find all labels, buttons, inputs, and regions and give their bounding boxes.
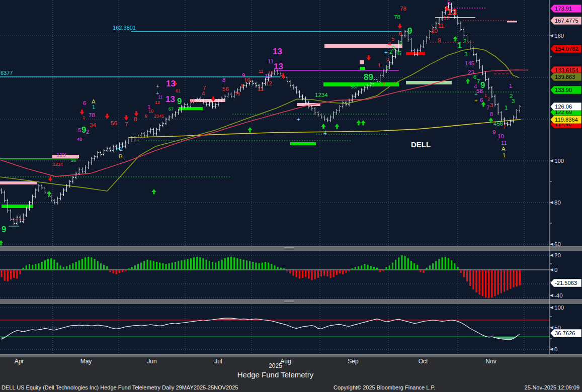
demark-count-label: 7	[125, 121, 128, 127]
histogram-bar	[60, 265, 61, 270]
histogram-bar	[119, 270, 120, 273]
demark-count-label: 5	[391, 36, 394, 42]
histogram-bar	[342, 270, 344, 274]
histogram-bar	[150, 260, 151, 270]
demark-count-label: 1	[503, 152, 506, 158]
histogram-bar	[221, 260, 222, 270]
histogram-bar	[212, 262, 213, 270]
histogram-bar	[358, 266, 359, 270]
histogram-bar	[460, 270, 462, 273]
histogram-bar	[516, 270, 518, 286]
histogram-bar	[16, 270, 18, 278]
demark-count-label: 1	[457, 41, 462, 50]
demark-count-label: 3	[386, 57, 389, 62]
histogram-bar	[88, 257, 89, 270]
demark-count-label: 1	[82, 115, 85, 120]
demark-count-label: 2	[463, 38, 466, 44]
histogram-bar	[196, 257, 198, 270]
demark-count-label: 2	[86, 129, 89, 135]
histogram-bar	[146, 260, 148, 270]
demark-count-label: 6	[399, 31, 402, 37]
histogram-bar	[19, 270, 21, 274]
histogram-bar	[94, 259, 96, 270]
histogram-bar	[445, 257, 446, 270]
demark-count-label: B	[119, 153, 123, 159]
histogram-bar	[339, 270, 341, 273]
histogram-bar	[454, 263, 455, 270]
demark-count-label: 7	[477, 78, 480, 84]
histogram-bar	[206, 260, 207, 270]
histogram-bar	[417, 265, 418, 270]
histogram-bar	[109, 270, 111, 272]
demark-count-label: 9	[438, 37, 441, 43]
panel-separator	[0, 300, 582, 304]
demark-count-label: +	[297, 116, 300, 122]
demark-count-label: +	[156, 83, 159, 89]
histogram-bar	[392, 263, 393, 270]
demark-count-label: 1234	[315, 92, 328, 98]
demark-count-label: 23	[190, 98, 195, 103]
histogram-bar	[97, 261, 99, 270]
demark-count-label: 56	[71, 158, 76, 163]
td-band	[360, 67, 365, 70]
chart-title: Hedge Fund Telemetry	[0, 370, 551, 379]
histogram-bar	[299, 270, 300, 278]
demark-count-label: +	[474, 91, 478, 97]
td-band	[406, 81, 452, 84]
histogram-bar	[224, 258, 226, 270]
price-label: 167.4775	[555, 18, 578, 24]
demark-count-label: 9	[242, 72, 245, 78]
histogram-bar	[401, 255, 402, 270]
demark-count-label: 9	[145, 114, 147, 119]
histogram-bar	[249, 261, 251, 270]
histogram-bar	[209, 261, 210, 270]
histogram-bar	[131, 267, 133, 270]
price-label: 119.8364	[555, 117, 578, 123]
demark-count-label: 9	[2, 225, 6, 234]
chart-footer: 2025 Hedge Fund Telemetry DELL US Equity…	[0, 357, 582, 392]
histogram-bar	[475, 270, 477, 292]
histogram-bar	[143, 261, 145, 270]
histogram-bar	[442, 257, 443, 270]
demark-count-label: 4	[323, 130, 327, 136]
demark-count-label: 4	[202, 90, 205, 96]
histogram-bar	[364, 264, 365, 270]
demark-count-label: 10	[265, 73, 271, 79]
chart-canvas-wrap[interactable]: 162.380163779123561234+2B596A11783424856…	[0, 0, 582, 359]
histogram-bar	[69, 265, 70, 270]
histogram-bar	[193, 257, 195, 270]
histogram-bar	[472, 270, 474, 289]
histogram-bar	[262, 263, 263, 270]
histogram-bar	[429, 265, 431, 270]
histogram-bar	[184, 260, 185, 270]
histogram-bar	[510, 270, 511, 289]
demark-count-label: +	[156, 90, 159, 96]
histogram-bar	[407, 258, 409, 270]
histogram-bar	[140, 263, 142, 270]
demark-count-label: 4	[388, 41, 391, 47]
demark-count-label: 2	[382, 81, 385, 87]
bloomberg-chart-window: 162.380163779123561234+2B596A11783424856…	[0, 0, 582, 392]
chart-canvas[interactable]: 162.380163779123561234+2B596A11783424856…	[0, 0, 582, 357]
demark-count-label: 78	[89, 112, 95, 118]
histogram-bar	[289, 270, 291, 273]
histogram-bar	[507, 270, 508, 290]
histogram-bar	[370, 266, 372, 270]
histogram-bar	[187, 259, 189, 270]
histogram-bar	[1, 270, 2, 277]
histogram-bar	[175, 262, 176, 270]
security-ticker-label: DELL	[411, 140, 431, 149]
demark-count-label: 3	[464, 51, 467, 57]
histogram-bar	[482, 270, 483, 296]
histogram-bar	[501, 270, 502, 293]
demark-count-label: 6	[399, 40, 402, 46]
histogram-bar	[497, 270, 499, 295]
histogram-bar	[181, 260, 182, 270]
price-label: 133.90	[555, 87, 572, 93]
histogram-bar	[376, 268, 378, 270]
histogram-bar	[44, 260, 46, 270]
td-band	[360, 60, 364, 64]
demark-count-label: 3	[490, 102, 493, 108]
histogram-bar	[233, 257, 235, 270]
histogram-bar	[277, 267, 279, 270]
